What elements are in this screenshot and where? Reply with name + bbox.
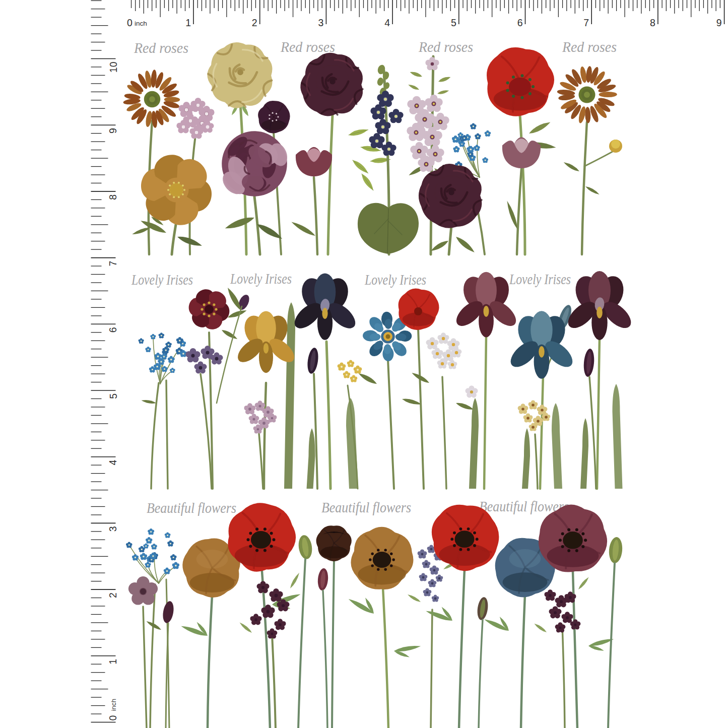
svg-text:Beautiful flowers: Beautiful flowers [321, 499, 411, 515]
svg-text:Beautiful flowers: Beautiful flowers [147, 499, 236, 516]
svg-text:inch: inch [135, 20, 147, 27]
svg-text:7: 7 [583, 17, 589, 28]
svg-text:8: 8 [108, 194, 119, 200]
svg-text:Red roses: Red roses [134, 39, 188, 56]
svg-text:9: 9 [108, 128, 119, 134]
svg-text:4: 4 [108, 460, 119, 466]
svg-text:0: 0 [127, 17, 133, 28]
svg-text:5: 5 [108, 393, 119, 399]
svg-text:Red roses: Red roses [418, 38, 473, 55]
svg-text:inch: inch [110, 699, 117, 711]
svg-text:10: 10 [108, 61, 119, 73]
svg-text:Lovely Irises: Lovely Irises [364, 271, 426, 288]
svg-text:Lovely Irises: Lovely Irises [509, 271, 571, 287]
svg-text:7: 7 [108, 261, 119, 267]
svg-text:1: 1 [108, 659, 119, 665]
svg-text:Lovely Irises: Lovely Irises [131, 271, 193, 288]
svg-text:6: 6 [108, 327, 119, 333]
svg-text:Red roses: Red roses [562, 38, 617, 55]
svg-text:Lovely Irises: Lovely Irises [230, 270, 292, 287]
svg-text:0: 0 [107, 715, 118, 721]
svg-text:3: 3 [318, 17, 324, 28]
svg-text:2: 2 [252, 17, 257, 28]
svg-text:9: 9 [716, 17, 722, 28]
svg-text:4: 4 [384, 17, 390, 28]
svg-text:Red roses: Red roses [280, 38, 335, 55]
svg-text:3: 3 [108, 526, 119, 532]
svg-text:1: 1 [185, 17, 191, 28]
svg-text:2: 2 [108, 592, 119, 598]
svg-text:6: 6 [517, 17, 523, 28]
svg-text:5: 5 [451, 17, 456, 28]
svg-text:8: 8 [650, 17, 655, 28]
